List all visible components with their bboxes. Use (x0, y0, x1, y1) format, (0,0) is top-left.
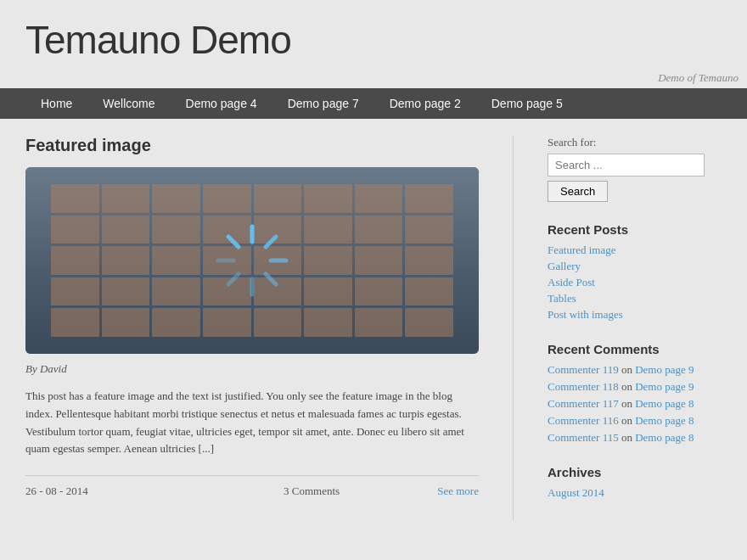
site-title: Temauno Demo (25, 17, 722, 63)
recent-post-0[interactable]: Featured image (548, 244, 616, 256)
archives-widget: Archives August 2014 (548, 465, 705, 500)
svg-line-5 (228, 274, 239, 284)
nav-item-demo4[interactable]: Demo page 4 (171, 88, 272, 119)
svg-line-7 (228, 237, 239, 247)
loading-spinner (210, 218, 295, 303)
recent-comments-widget: Recent Comments Commenter 119 on Demo pa… (548, 342, 705, 445)
sidebar: Search for: Search Recent Posts Featured… (548, 136, 705, 520)
archives-list: August 2014 (548, 486, 705, 500)
nav-item-demo2[interactable]: Demo page 2 (374, 88, 476, 119)
recent-posts-title: Recent Posts (548, 222, 705, 237)
comment-item-1: Commenter 118 on Demo page 9 (548, 380, 705, 394)
nav-item-wellcome[interactable]: Wellcome (87, 88, 170, 119)
search-widget: Search for: Search (548, 136, 705, 202)
post-comments: 3 Comments (284, 484, 340, 498)
post-title: Featured image (25, 136, 479, 155)
comment-post-link-1[interactable]: Demo page 9 (635, 380, 694, 393)
comment-item-4: Commenter 115 on Demo page 8 (548, 431, 705, 445)
comment-post-link-2[interactable]: Demo page 8 (635, 397, 694, 410)
archive-item-0[interactable]: August 2014 (548, 486, 604, 499)
content-sidebar-divider (513, 136, 514, 520)
recent-comments-list: Commenter 119 on Demo page 9 Commenter 1… (548, 363, 705, 445)
comment-item-2: Commenter 117 on Demo page 8 (548, 397, 705, 411)
main-nav: Home Wellcome Demo page 4 Demo page 7 De… (0, 88, 747, 119)
svg-line-1 (266, 237, 276, 247)
search-button[interactable]: Search (548, 181, 608, 202)
commenter-3: Commenter 116 (548, 414, 619, 427)
nav-item-demo5[interactable]: Demo page 5 (476, 88, 578, 119)
main-content: Featured image (25, 136, 479, 520)
svg-line-3 (266, 274, 276, 284)
recent-post-3[interactable]: Tables (548, 292, 576, 305)
recent-post-1[interactable]: Gallery (548, 260, 581, 272)
nav-item-home[interactable]: Home (25, 88, 87, 119)
comment-item-0: Commenter 119 on Demo page 9 (548, 363, 705, 377)
recent-post-4[interactable]: Post with images (548, 308, 623, 321)
see-more-link[interactable]: See more (437, 484, 479, 498)
comment-post-link-0[interactable]: Demo page 9 (635, 363, 694, 376)
recent-posts-list: Featured image Gallery Aside Post Tables… (548, 244, 705, 322)
comment-post-link-3[interactable]: Demo page 8 (635, 414, 694, 427)
commenter-4: Commenter 115 (548, 431, 619, 444)
recent-posts-widget: Recent Posts Featured image Gallery Asid… (548, 222, 705, 322)
post-date: 26 - 08 - 2014 (25, 484, 88, 498)
search-input[interactable] (548, 154, 705, 176)
commenter-2: Commenter 117 (548, 397, 619, 410)
post-meta: 26 - 08 - 2014 3 Comments See more (25, 475, 479, 498)
post-excerpt: This post has a feature image and the te… (25, 388, 479, 458)
archives-title: Archives (548, 465, 705, 479)
post-author: By David (25, 362, 479, 376)
commenter-0: Commenter 119 (548, 363, 619, 376)
featured-image (25, 167, 479, 354)
comment-item-3: Commenter 116 on Demo page 8 (548, 414, 705, 428)
nav-item-demo7[interactable]: Demo page 7 (272, 88, 374, 119)
recent-comments-title: Recent Comments (548, 342, 705, 356)
comment-post-link-4[interactable]: Demo page 8 (635, 431, 694, 444)
recent-post-2[interactable]: Aside Post (548, 276, 595, 288)
tagline: Demo of Temauno (0, 71, 747, 88)
commenter-1: Commenter 118 (548, 380, 619, 393)
search-label: Search for: (548, 136, 705, 149)
